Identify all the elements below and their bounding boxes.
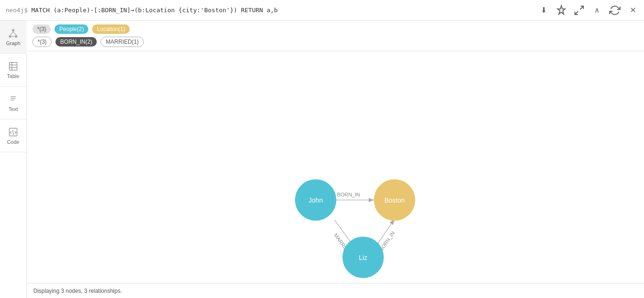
svg-point-4: [15, 35, 17, 38]
badge-all-rels[interactable]: *(3): [32, 37, 52, 47]
graph-canvas[interactable]: BORN_IN BORN_IN MARRIED John Boston Liz: [27, 51, 644, 283]
pin-icon[interactable]: [556, 5, 567, 16]
query-display: neo4j$ MATCH (a:People)-[:BORN_IN]→(b:Lo…: [6, 7, 278, 14]
sidebar-code-label: Code: [7, 139, 19, 145]
svg-line-1: [575, 11, 578, 15]
node-boston-label: Boston: [384, 196, 405, 204]
sidebar-item-code[interactable]: Code: [0, 119, 27, 152]
badge-all-nodes[interactable]: *(3): [32, 24, 51, 34]
svg-line-5: [10, 31, 13, 35]
main-layout: Graph Table Text: [0, 21, 644, 298]
svg-point-3: [9, 35, 12, 38]
sidebar-text-label: Text: [8, 106, 18, 112]
toolbar-icons: ⬇ ∧ ✕: [538, 5, 638, 16]
sidebar-item-text[interactable]: Text: [0, 86, 27, 119]
up-icon[interactable]: ∧: [591, 5, 603, 16]
sidebar-item-table[interactable]: Table: [0, 54, 27, 86]
svg-point-2: [12, 29, 15, 31]
sidebar: Graph Table Text: [0, 21, 27, 298]
rel-filter-row: *(3) BORN_IN(2) MARRIED(1): [32, 37, 638, 47]
query-body: MATCH (a:People)-[:BORN_IN]→(b:Location …: [28, 7, 278, 14]
edge-label-born-in-1: BORN_IN: [337, 192, 360, 197]
badge-born-in[interactable]: BORN_IN(2): [55, 37, 97, 47]
filter-bar: *(3) People(2) Location(1) *(3) BORN_IN(…: [27, 21, 644, 51]
badge-people[interactable]: People(2): [54, 24, 88, 34]
svg-line-16: [13, 130, 14, 135]
status-bar: Displaying 3 nodes, 3 relationships.: [27, 283, 644, 298]
query-prefix: neo4j$: [6, 7, 28, 14]
sidebar-table-label: Table: [7, 73, 19, 79]
download-icon[interactable]: ⬇: [538, 5, 549, 16]
node-filter-row: *(3) People(2) Location(1): [32, 24, 638, 34]
sidebar-item-graph[interactable]: Graph: [0, 21, 27, 54]
svg-line-0: [580, 6, 583, 9]
node-john-label: John: [309, 196, 323, 204]
expand-icon[interactable]: [574, 5, 585, 16]
top-bar: neo4j$ MATCH (a:People)-[:BORN_IN]→(b:Lo…: [0, 0, 644, 21]
refresh-icon[interactable]: [609, 5, 621, 16]
node-liz-label: Liz: [359, 254, 367, 261]
badge-married[interactable]: MARRIED(1): [101, 37, 144, 47]
content-area: *(3) People(2) Location(1) *(3) BORN_IN(…: [27, 21, 644, 298]
status-text: Displaying 3 nodes, 3 relationships.: [33, 288, 122, 294]
sidebar-graph-label: Graph: [6, 40, 21, 46]
svg-rect-8: [9, 62, 17, 70]
close-icon[interactable]: ✕: [627, 5, 638, 16]
svg-line-6: [13, 31, 16, 35]
badge-location[interactable]: Location(1): [92, 24, 130, 34]
